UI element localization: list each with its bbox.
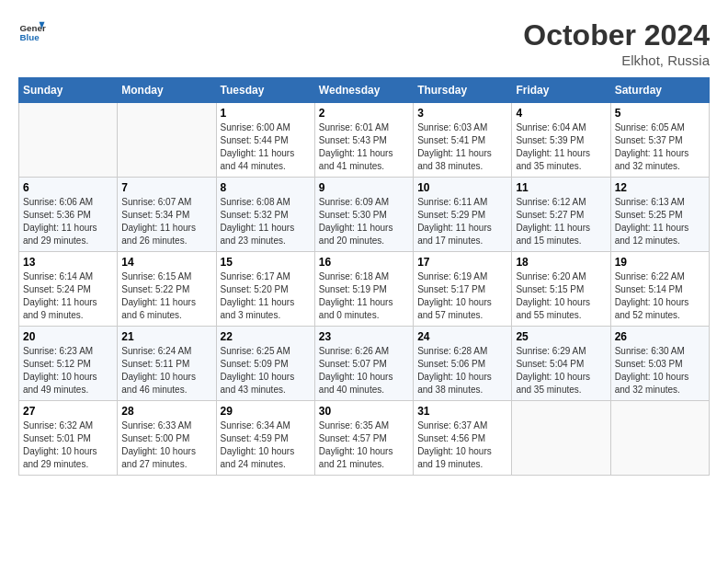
daylight-text: Daylight: 10 hours and 40 minutes. — [319, 371, 409, 396]
day-number: 19 — [615, 256, 705, 269]
sunrise-text: Sunrise: 6:04 AM — [516, 121, 606, 134]
day-number: 3 — [417, 107, 507, 120]
day-number: 17 — [417, 256, 507, 269]
sunset-text: Sunset: 5:41 PM — [417, 134, 507, 147]
sunset-text: Sunset: 5:30 PM — [319, 209, 409, 222]
sunset-text: Sunset: 5:25 PM — [615, 209, 705, 222]
table-row: 4Sunrise: 6:04 AMSunset: 5:39 PMDaylight… — [512, 103, 610, 178]
day-info: Sunrise: 6:17 AMSunset: 5:20 PMDaylight:… — [221, 270, 311, 322]
sunset-text: Sunset: 5:17 PM — [417, 283, 507, 296]
sunrise-text: Sunrise: 6:13 AM — [615, 196, 705, 209]
sunset-text: Sunset: 5:15 PM — [516, 283, 606, 296]
sunset-text: Sunset: 5:34 PM — [121, 209, 211, 222]
day-number: 1 — [221, 107, 311, 120]
day-info: Sunrise: 6:19 AMSunset: 5:17 PMDaylight:… — [417, 270, 507, 322]
sunrise-text: Sunrise: 6:05 AM — [615, 121, 705, 134]
daylight-text: Daylight: 10 hours and 19 minutes. — [417, 445, 507, 471]
day-info: Sunrise: 6:05 AMSunset: 5:37 PMDaylight:… — [615, 121, 705, 173]
header-saturday: Saturday — [610, 78, 709, 103]
daylight-text: Daylight: 11 hours and 26 minutes. — [121, 222, 211, 247]
sunset-text: Sunset: 5:07 PM — [319, 358, 409, 371]
day-info: Sunrise: 6:15 AMSunset: 5:22 PMDaylight:… — [121, 270, 211, 322]
sunrise-text: Sunrise: 6:06 AM — [23, 196, 113, 209]
day-info: Sunrise: 6:20 AMSunset: 5:15 PMDaylight:… — [516, 270, 606, 322]
table-row: 2Sunrise: 6:01 AMSunset: 5:43 PMDaylight… — [314, 103, 413, 178]
calendar-week-row: 20Sunrise: 6:23 AMSunset: 5:12 PMDayligh… — [19, 327, 710, 401]
sunset-text: Sunset: 4:59 PM — [221, 432, 311, 445]
table-row — [610, 401, 709, 476]
daylight-text: Daylight: 11 hours and 9 minutes. — [23, 296, 113, 322]
table-row: 29Sunrise: 6:34 AMSunset: 4:59 PMDayligh… — [216, 401, 314, 476]
day-number: 9 — [319, 181, 409, 194]
svg-text:Blue: Blue — [20, 32, 40, 42]
daylight-text: Daylight: 10 hours and 49 minutes. — [23, 371, 113, 396]
table-row: 8Sunrise: 6:08 AMSunset: 5:32 PMDaylight… — [216, 178, 314, 252]
table-row — [118, 103, 216, 178]
daylight-text: Daylight: 10 hours and 21 minutes. — [319, 445, 409, 471]
daylight-text: Daylight: 10 hours and 24 minutes. — [221, 445, 311, 471]
daylight-text: Daylight: 10 hours and 52 minutes. — [615, 296, 705, 322]
sunset-text: Sunset: 5:37 PM — [615, 134, 705, 147]
daylight-text: Daylight: 11 hours and 35 minutes. — [516, 147, 606, 173]
sunset-text: Sunset: 4:57 PM — [319, 432, 409, 445]
sunrise-text: Sunrise: 6:20 AM — [516, 270, 606, 283]
daylight-text: Daylight: 10 hours and 38 minutes. — [417, 371, 507, 396]
sunset-text: Sunset: 5:36 PM — [23, 209, 113, 222]
table-row: 16Sunrise: 6:18 AMSunset: 5:19 PMDayligh… — [314, 252, 413, 327]
day-number: 28 — [121, 405, 211, 418]
title-block: October 2024 Elkhot, Russia — [523, 18, 710, 68]
sunrise-text: Sunrise: 6:34 AM — [221, 419, 311, 432]
day-info: Sunrise: 6:11 AMSunset: 5:29 PMDaylight:… — [417, 196, 507, 247]
sunset-text: Sunset: 5:12 PM — [23, 358, 113, 371]
daylight-text: Daylight: 10 hours and 29 minutes. — [23, 445, 113, 471]
sunset-text: Sunset: 5:24 PM — [23, 283, 113, 296]
day-number: 10 — [417, 181, 507, 194]
sunset-text: Sunset: 5:22 PM — [121, 283, 211, 296]
table-row: 15Sunrise: 6:17 AMSunset: 5:20 PMDayligh… — [216, 252, 314, 327]
day-number: 30 — [319, 405, 409, 418]
day-info: Sunrise: 6:35 AMSunset: 4:57 PMDaylight:… — [319, 419, 409, 471]
header-thursday: Thursday — [414, 78, 512, 103]
sunrise-text: Sunrise: 6:14 AM — [23, 270, 113, 283]
table-row: 31Sunrise: 6:37 AMSunset: 4:56 PMDayligh… — [414, 401, 512, 476]
daylight-text: Daylight: 10 hours and 55 minutes. — [516, 296, 606, 322]
sunrise-text: Sunrise: 6:37 AM — [417, 419, 507, 432]
sunset-text: Sunset: 5:14 PM — [615, 283, 705, 296]
sunrise-text: Sunrise: 6:24 AM — [121, 345, 211, 358]
day-info: Sunrise: 6:23 AMSunset: 5:12 PMDaylight:… — [23, 345, 113, 396]
calendar-table: Sunday Monday Tuesday Wednesday Thursday… — [18, 77, 710, 476]
sunrise-text: Sunrise: 6:09 AM — [319, 196, 409, 209]
sunrise-text: Sunrise: 6:23 AM — [23, 345, 113, 358]
table-row: 24Sunrise: 6:28 AMSunset: 5:06 PMDayligh… — [414, 327, 512, 401]
daylight-text: Daylight: 11 hours and 12 minutes. — [615, 222, 705, 247]
day-info: Sunrise: 6:30 AMSunset: 5:03 PMDaylight:… — [615, 345, 705, 396]
day-number: 4 — [516, 107, 606, 120]
day-info: Sunrise: 6:03 AMSunset: 5:41 PMDaylight:… — [417, 121, 507, 173]
sunrise-text: Sunrise: 6:22 AM — [615, 270, 705, 283]
day-number: 11 — [516, 181, 606, 194]
table-row: 1Sunrise: 6:00 AMSunset: 5:44 PMDaylight… — [216, 103, 314, 178]
daylight-text: Daylight: 10 hours and 32 minutes. — [615, 371, 705, 396]
day-info: Sunrise: 6:00 AMSunset: 5:44 PMDaylight:… — [221, 121, 311, 173]
sunset-text: Sunset: 5:04 PM — [516, 358, 606, 371]
sunset-text: Sunset: 5:32 PM — [221, 209, 311, 222]
day-info: Sunrise: 6:26 AMSunset: 5:07 PMDaylight:… — [319, 345, 409, 396]
table-row: 12Sunrise: 6:13 AMSunset: 5:25 PMDayligh… — [610, 178, 709, 252]
day-info: Sunrise: 6:08 AMSunset: 5:32 PMDaylight:… — [221, 196, 311, 247]
day-number: 13 — [23, 256, 113, 269]
calendar-week-row: 6Sunrise: 6:06 AMSunset: 5:36 PMDaylight… — [19, 178, 710, 252]
day-number: 20 — [23, 330, 113, 343]
header-sunday: Sunday — [19, 78, 118, 103]
table-row — [512, 401, 610, 476]
sunset-text: Sunset: 5:43 PM — [319, 134, 409, 147]
sunset-text: Sunset: 5:03 PM — [615, 358, 705, 371]
sunset-text: Sunset: 4:56 PM — [417, 432, 507, 445]
sunrise-text: Sunrise: 6:03 AM — [417, 121, 507, 134]
day-number: 26 — [615, 330, 705, 343]
page-header: General Blue October 2024 Elkhot, Russia — [18, 18, 710, 68]
day-info: Sunrise: 6:24 AMSunset: 5:11 PMDaylight:… — [121, 345, 211, 396]
day-info: Sunrise: 6:32 AMSunset: 5:01 PMDaylight:… — [23, 419, 113, 471]
day-number: 31 — [417, 405, 507, 418]
daylight-text: Daylight: 10 hours and 43 minutes. — [221, 371, 311, 396]
sunrise-text: Sunrise: 6:32 AM — [23, 419, 113, 432]
